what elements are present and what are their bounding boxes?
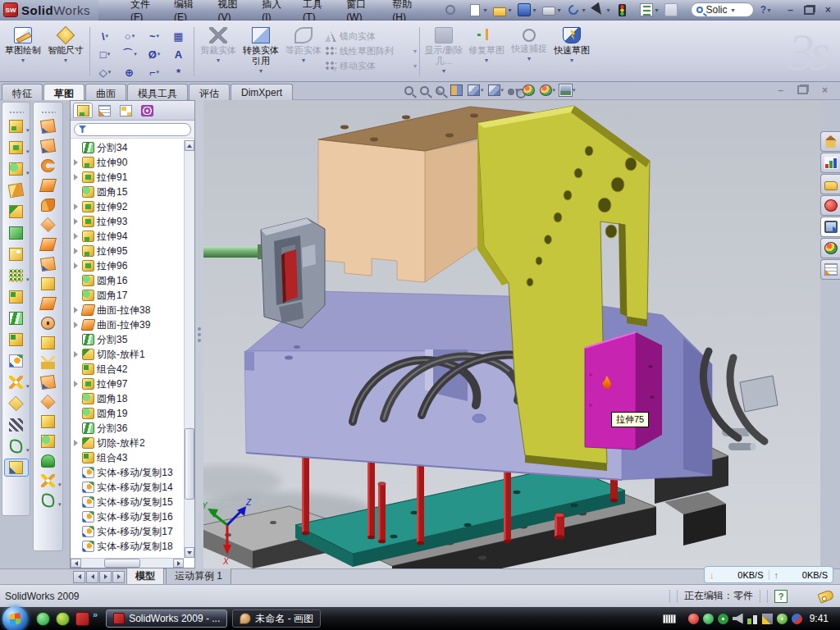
- new-document-button[interactable]: [467, 2, 490, 19]
- doc-close-button[interactable]: ×: [818, 84, 832, 96]
- combine-bodies-button[interactable]: [4, 331, 29, 349]
- tree-item[interactable]: 拉伸97: [72, 377, 184, 391]
- scroll-down-button[interactable]: [185, 547, 194, 558]
- thicken-button[interactable]: [36, 255, 61, 273]
- messenger-quicklaunch-icon[interactable]: [36, 612, 50, 626]
- status-help-button[interactable]: ?: [774, 590, 788, 603]
- expand-arrow-icon[interactable]: [72, 381, 80, 387]
- zoom-fit-button[interactable]: [404, 85, 415, 96]
- parting-surface-button[interactable]: [36, 393, 61, 411]
- tree-item[interactable]: 切除-放样1: [72, 347, 184, 362]
- tree-item[interactable]: 拉伸94: [72, 229, 184, 244]
- point-tool[interactable]: *: [167, 63, 191, 81]
- linear-sketch-pattern-button[interactable]: 线性草图阵列: [325, 45, 417, 57]
- antivirus-alert-tray-icon[interactable]: [688, 614, 699, 624]
- sketch-picture-tool[interactable]: ▦: [167, 27, 191, 45]
- tree-item[interactable]: 拉伸90: [72, 155, 184, 170]
- linear-pattern-button[interactable]: [4, 267, 29, 285]
- tree-item[interactable]: 圆角15: [72, 185, 184, 199]
- tree-item[interactable]: 实体-移动/复制18: [72, 539, 184, 554]
- sketch-fillet-tool[interactable]: ⌐: [142, 63, 167, 81]
- view-palette-button[interactable]: [820, 217, 840, 237]
- tree-item[interactable]: 分割36: [72, 421, 184, 436]
- repair-sketch-button[interactable]: 修复草图▾: [465, 24, 508, 80]
- scroll-right-button[interactable]: [173, 559, 184, 568]
- scale-button[interactable]: [4, 459, 29, 477]
- expand-arrow-icon[interactable]: [72, 440, 80, 446]
- tree-item[interactable]: 曲面-拉伸38: [72, 303, 184, 317]
- expand-arrow-icon[interactable]: [72, 351, 80, 358]
- scrollbar-thumb[interactable]: [104, 559, 140, 568]
- search-box[interactable]: Solic: [691, 2, 753, 17]
- scene-button[interactable]: [559, 84, 576, 96]
- solidworks-quicklaunch-icon[interactable]: [75, 612, 89, 626]
- custom-properties-button[interactable]: [820, 259, 840, 280]
- last-tab-button[interactable]: [112, 571, 125, 583]
- network-tray-icon[interactable]: [747, 614, 758, 624]
- section-view-button[interactable]: [450, 84, 463, 96]
- tree-item[interactable]: 拉伸92: [72, 199, 184, 214]
- delete-face-button[interactable]: [36, 314, 61, 332]
- offset-entities-button[interactable]: 等距实体▾: [282, 24, 325, 80]
- move-copy-bodies-button[interactable]: [4, 352, 29, 370]
- print-button[interactable]: [541, 2, 564, 19]
- tree-item[interactable]: 拉伸91: [72, 170, 184, 185]
- tree-item[interactable]: 拉伸96: [72, 258, 184, 273]
- shield-plus-tray-icon[interactable]: [777, 614, 788, 624]
- helix-spiral-button[interactable]: [4, 437, 29, 455]
- slot-tool[interactable]: ◇: [93, 63, 117, 81]
- rapid-sketch-button[interactable]: 快速草图▾: [550, 24, 593, 80]
- display-delete-relations-button[interactable]: 显示/删除几...▾: [422, 24, 465, 80]
- surface-flatten-button[interactable]: [36, 235, 61, 253]
- ellipse-tool[interactable]: Ø: [142, 45, 167, 63]
- search-dropdown-icon[interactable]: [729, 7, 736, 14]
- app-restore-button[interactable]: [802, 4, 816, 16]
- swept-boss-button[interactable]: [4, 181, 29, 199]
- font-scale-button[interactable]: [663, 2, 686, 19]
- design-library-button[interactable]: [820, 153, 840, 173]
- zoom-area-button[interactable]: [419, 85, 431, 96]
- taskbar-button-paint[interactable]: 未命名 - 画图: [232, 609, 321, 628]
- shell-button[interactable]: [4, 224, 29, 242]
- tree-item[interactable]: 圆角16: [72, 273, 184, 288]
- tree-item[interactable]: 实体-移动/复制17: [72, 524, 184, 539]
- spline-tool[interactable]: ~: [142, 27, 167, 45]
- tree-item[interactable]: 分割34: [72, 140, 184, 155]
- first-tab-button[interactable]: [73, 571, 85, 583]
- doc-minimize-button[interactable]: –: [774, 84, 788, 96]
- smart-dimension-button[interactable]: 智能尺寸▾: [44, 24, 87, 80]
- expand-arrow-icon[interactable]: [72, 203, 80, 210]
- featuremanager-tab[interactable]: [73, 103, 93, 118]
- app-minimize-button[interactable]: –: [783, 4, 797, 16]
- dome-button[interactable]: [36, 452, 61, 470]
- save-button[interactable]: [516, 2, 539, 19]
- scrollbar-thumb[interactable]: [185, 428, 194, 500]
- line-tool[interactable]: \: [93, 27, 117, 45]
- sync-tray-icon[interactable]: [792, 614, 802, 624]
- reference-point-button[interactable]: [4, 373, 29, 391]
- help-dropdown-icon[interactable]: [766, 7, 772, 14]
- knit-surface-button[interactable]: [36, 196, 61, 214]
- open-button[interactable]: [491, 2, 514, 19]
- offset-surface-button[interactable]: [36, 275, 61, 293]
- reference-axis-button[interactable]: [4, 416, 29, 434]
- tag-icon[interactable]: [817, 589, 834, 603]
- expand-arrow-icon[interactable]: [72, 233, 80, 240]
- trimmed-surface-button[interactable]: [36, 157, 61, 175]
- sprue-rod[interactable]: [203, 244, 269, 259]
- combine-button[interactable]: [4, 288, 29, 306]
- ruled-surface-button[interactable]: [36, 137, 61, 155]
- volume-tray-icon[interactable]: [733, 614, 743, 624]
- planar-surface-button[interactable]: [36, 216, 61, 234]
- taskbar-button-solidworks[interactable]: SolidWorks 2009 - ...: [106, 609, 227, 628]
- tree-item[interactable]: 切除-放样2: [72, 436, 184, 450]
- pin-icon[interactable]: [442, 2, 465, 19]
- expand-arrow-icon[interactable]: [72, 174, 80, 180]
- security-shield-tray-icon[interactable]: [703, 614, 714, 624]
- start-button[interactable]: [2, 606, 28, 630]
- shut-off-surface-button[interactable]: [36, 413, 61, 431]
- split-button[interactable]: [4, 309, 29, 327]
- helix-button[interactable]: [36, 491, 61, 509]
- panel-splitter[interactable]: [195, 100, 203, 568]
- base-block-right[interactable]: [664, 492, 726, 546]
